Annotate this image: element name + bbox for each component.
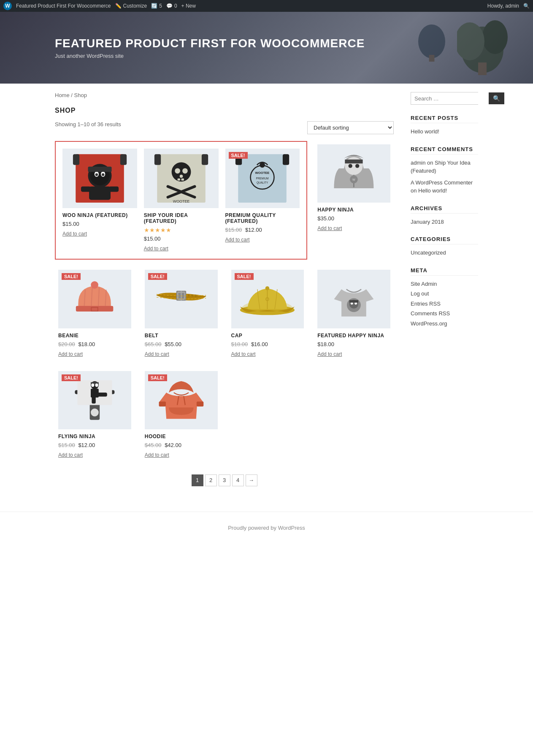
admin-bar-customize[interactable]: ✏️ Customize bbox=[115, 3, 147, 9]
add-to-cart-flying-ninja[interactable]: Add to cart bbox=[58, 452, 83, 458]
svg-text:WOOTEE: WOOTEE bbox=[255, 171, 270, 175]
breadcrumb: Home / Shop bbox=[55, 92, 394, 98]
product-image-happy-ninja[interactable]: W bbox=[317, 144, 390, 203]
sale-badge-hoodie: SALE! bbox=[148, 374, 167, 381]
add-to-cart-woo-ninja[interactable]: Add to cart bbox=[62, 231, 87, 237]
product-image-featured-happy-ninja[interactable] bbox=[317, 270, 390, 328]
admin-bar-updates[interactable]: 🔄 5 bbox=[151, 3, 162, 9]
hero-decoration-2 bbox=[415, 20, 449, 62]
sale-badge-flying-ninja: SALE! bbox=[62, 374, 81, 381]
product-happy-ninja[interactable]: W HAPPY NINJA $35.00 Add to cart bbox=[314, 141, 394, 260]
price-new-premium: $12.00 bbox=[245, 227, 262, 233]
svg-point-1 bbox=[482, 20, 508, 54]
product-image-flying-ninja[interactable]: SALE! bbox=[58, 371, 131, 429]
product-image-cap[interactable]: SALE! bbox=[231, 270, 304, 328]
svg-point-24 bbox=[182, 168, 188, 174]
svg-point-75 bbox=[95, 383, 98, 387]
product-belt[interactable]: SALE! bbox=[141, 266, 221, 360]
hero-decoration bbox=[457, 16, 508, 75]
breadcrumb-current: Shop bbox=[74, 92, 87, 98]
products-grid: WOO NINJA (FEATURED) $15.00 Add to cart bbox=[55, 141, 394, 462]
admin-bar-howdy[interactable]: Howdy, admin bbox=[487, 3, 519, 9]
product-premium-quality[interactable]: SALE! WOOTEE PREMIUM QUALITY bbox=[222, 145, 303, 255]
admin-bar-comments[interactable]: 💬 0 bbox=[166, 3, 177, 9]
meta-wordpress-org[interactable]: WordPress.org bbox=[411, 320, 478, 328]
featured-happy-ninja-image bbox=[317, 270, 390, 328]
svg-rect-21 bbox=[201, 154, 208, 165]
footer-text: Proudly powered by WordPress bbox=[228, 525, 305, 531]
add-to-cart-cap[interactable]: Add to cart bbox=[231, 351, 256, 357]
admin-bar-new[interactable]: + New bbox=[181, 3, 196, 9]
svg-point-74 bbox=[91, 383, 94, 387]
add-to-cart-ship[interactable]: Add to cart bbox=[144, 246, 168, 252]
woo-ninja-image bbox=[62, 149, 137, 208]
admin-bar-site-title: Featured Product First For Woocommerce bbox=[16, 3, 111, 9]
product-name-premium: PREMIUM QUALITY (FEATURED) bbox=[225, 212, 300, 224]
product-cap[interactable]: SALE! bbox=[228, 266, 308, 360]
svg-text:WOOTEE: WOOTEE bbox=[173, 199, 189, 203]
comment-link-2[interactable]: Hello world! bbox=[418, 187, 447, 194]
happy-ninja-image: W bbox=[317, 144, 390, 203]
svg-rect-16 bbox=[89, 187, 111, 200]
add-to-cart-happy-ninja[interactable]: Add to cart bbox=[317, 225, 342, 231]
meta-entries-rss[interactable]: Entries RSS bbox=[411, 300, 478, 308]
product-price-ship: $15.00 bbox=[144, 236, 219, 242]
search-input[interactable] bbox=[411, 92, 489, 104]
svg-rect-33 bbox=[283, 154, 289, 165]
category-uncategorized[interactable]: Uncategorized bbox=[411, 249, 478, 257]
page-next[interactable]: → bbox=[246, 474, 257, 486]
product-price-woo-ninja: $15.00 bbox=[62, 221, 137, 227]
product-name-belt: BELT bbox=[145, 333, 218, 339]
svg-point-38 bbox=[260, 163, 265, 168]
product-image-ship[interactable]: WOOTEE bbox=[144, 149, 219, 208]
sorting-dropdown[interactable]: Default sorting Sort by popularity Sort … bbox=[307, 121, 394, 134]
product-featured-happy-ninja[interactable]: FEATURED HAPPY NINJA $18.00 Add to cart bbox=[314, 266, 394, 360]
product-ship-your-idea[interactable]: WOOTEE SHIP YOUR IDEA (FEATURED) ★★★★★ $… bbox=[141, 145, 222, 255]
product-image-hoodie[interactable]: SALE! bbox=[145, 371, 218, 429]
svg-point-61 bbox=[265, 286, 269, 290]
product-hoodie[interactable]: SALE! bbox=[141, 368, 221, 462]
page-1[interactable]: 1 bbox=[192, 474, 203, 486]
product-beanie[interactable]: SALE! bbox=[55, 266, 135, 360]
recent-posts-title: RECENT POSTS bbox=[411, 115, 478, 123]
wp-logo[interactable]: W bbox=[3, 2, 12, 10]
product-image-woo-ninja[interactable] bbox=[62, 149, 137, 208]
add-to-cart-belt[interactable]: Add to cart bbox=[145, 351, 169, 357]
comments-icon: 💬 bbox=[166, 3, 173, 9]
add-to-cart-beanie[interactable]: Add to cart bbox=[58, 351, 83, 357]
page-3[interactable]: 3 bbox=[219, 474, 230, 486]
svg-rect-3 bbox=[478, 62, 487, 75]
archive-jan-2018[interactable]: January 2018 bbox=[411, 218, 478, 226]
product-price-belt: $65.00 $55.00 bbox=[145, 341, 218, 347]
product-price-premium: $15.00 $12.00 bbox=[225, 227, 300, 233]
breadcrumb-home[interactable]: Home bbox=[55, 92, 70, 98]
product-image-belt[interactable]: SALE! bbox=[145, 270, 218, 328]
page-4[interactable]: 4 bbox=[232, 474, 244, 486]
svg-rect-15 bbox=[88, 167, 111, 172]
svg-point-13 bbox=[95, 173, 98, 176]
meta-comments-rss[interactable]: Comments RSS bbox=[411, 309, 478, 318]
meta-site-admin[interactable]: Site Admin bbox=[411, 280, 478, 288]
search-button[interactable]: 🔍 bbox=[489, 92, 504, 104]
admin-bar-search[interactable]: 🔍 bbox=[523, 3, 530, 9]
product-woo-ninja[interactable]: WOO NINJA (FEATURED) $15.00 Add to cart bbox=[59, 145, 141, 255]
meta-log-out[interactable]: Log out bbox=[411, 290, 478, 298]
svg-rect-20 bbox=[154, 154, 161, 165]
sidebar: 🔍 RECENT POSTS Hello world! RECENT COMME… bbox=[411, 92, 478, 486]
product-price-cap: $18.00 $16.00 bbox=[231, 341, 304, 347]
sale-badge-belt: SALE! bbox=[148, 273, 167, 280]
product-price-beanie: $20.00 $18.00 bbox=[58, 341, 131, 347]
sidebar-meta: META Site Admin Log out Entries RSS Comm… bbox=[411, 267, 478, 328]
product-flying-ninja[interactable]: SALE! bbox=[55, 368, 135, 462]
page-2[interactable]: 2 bbox=[205, 474, 217, 486]
product-image-beanie[interactable]: SALE! bbox=[58, 270, 131, 328]
add-to-cart-featured-happy-ninja[interactable]: Add to cart bbox=[317, 351, 342, 357]
add-to-cart-premium[interactable]: Add to cart bbox=[225, 237, 250, 243]
product-image-premium[interactable]: SALE! WOOTEE PREMIUM QUALITY bbox=[225, 149, 300, 208]
svg-point-14 bbox=[102, 173, 104, 176]
svg-rect-83 bbox=[197, 401, 203, 406]
comment-author-1: admin on bbox=[411, 160, 435, 166]
admin-bar-site[interactable]: Featured Product First For Woocommerce bbox=[16, 3, 111, 9]
recent-post-hello-world[interactable]: Hello world! bbox=[411, 127, 478, 136]
add-to-cart-hoodie[interactable]: Add to cart bbox=[145, 452, 169, 458]
